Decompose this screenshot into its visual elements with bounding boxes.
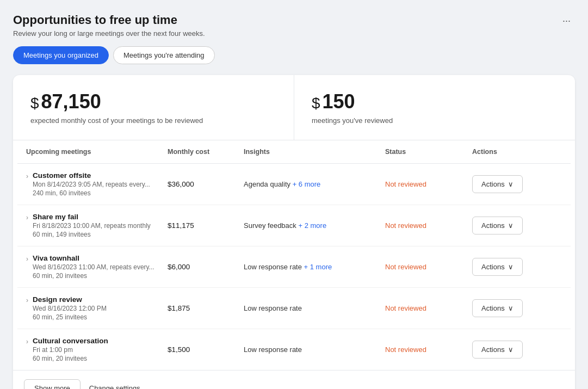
stat-reviewed-label: meetings you've reviewed xyxy=(312,116,558,125)
meeting-name-2: Share my fail xyxy=(33,213,151,221)
meeting-name-4: Design review xyxy=(33,295,107,304)
meeting-cell-1: › Customer offsite Mon 8/14/2023 9:05 AM… xyxy=(26,171,168,197)
insights-text-3: Low response rate xyxy=(244,263,302,271)
meeting-cell-5: › Cultural conversation Fri at 1:00 pm 6… xyxy=(26,337,168,362)
stat-cost: $87,150 expected monthly cost of your me… xyxy=(13,75,294,140)
insights-1: Agenda quality + 6 more xyxy=(244,180,385,188)
meeting-info-5: Cultural conversation Fri at 1:00 pm 60 … xyxy=(33,337,108,362)
cost-3: $6,000 xyxy=(168,263,244,271)
stats-row: $87,150 expected monthly cost of your me… xyxy=(13,75,575,140)
insights-more-1[interactable]: + 6 more xyxy=(293,180,321,188)
chevron-down-icon: ∨ xyxy=(508,263,513,271)
stat-reviewed-dollar: $ xyxy=(312,95,320,112)
meeting-info-3: Viva townhall Wed 8/16/2023 11:00 AM, re… xyxy=(33,254,154,280)
table-container: Upcoming meetings Monthly cost Insights … xyxy=(13,140,575,370)
actions-button-3[interactable]: Actions ∨ xyxy=(472,258,523,276)
tab-attending[interactable]: Meetings you're attending xyxy=(113,46,214,64)
header-cost: Monthly cost xyxy=(168,148,244,156)
meeting-name-3: Viva townhall xyxy=(33,254,154,262)
actions-cell-5: Actions ∨ xyxy=(472,341,548,359)
meeting-detail1-4: Wed 8/16/2023 12:00 PM xyxy=(33,305,107,312)
meeting-name-5: Cultural conversation xyxy=(33,337,108,345)
page-header: Opportunities to free up time Review you… xyxy=(13,13,575,38)
insights-text-1: Agenda quality xyxy=(244,180,290,188)
insights-5: Low response rate xyxy=(244,345,385,354)
actions-button-1[interactable]: Actions ∨ xyxy=(472,175,523,193)
chevron-right-icon[interactable]: › xyxy=(26,297,28,304)
meeting-detail2-2: 60 min, 149 invitees xyxy=(33,231,151,238)
insights-4: Low response rate xyxy=(244,304,385,312)
meeting-info-2: Share my fail Fri 8/18/2023 10:00 AM, re… xyxy=(33,213,151,238)
insights-more-3[interactable]: + 1 more xyxy=(304,263,332,271)
table-row: › Share my fail Fri 8/18/2023 10:00 AM, … xyxy=(17,205,571,246)
chevron-down-icon: ∨ xyxy=(508,304,513,312)
table-row: › Cultural conversation Fri at 1:00 pm 6… xyxy=(17,329,571,370)
table-row: › Viva townhall Wed 8/16/2023 11:00 AM, … xyxy=(17,246,571,288)
page-subtitle: Review your long or large meetings over … xyxy=(13,29,205,38)
status-2: Not reviewed xyxy=(385,221,472,230)
meeting-cell-3: › Viva townhall Wed 8/16/2023 11:00 AM, … xyxy=(26,254,168,280)
status-3: Not reviewed xyxy=(385,263,472,271)
chevron-right-icon[interactable]: › xyxy=(26,214,28,221)
insights-text-5: Low response rate xyxy=(244,345,302,354)
chevron-down-icon: ∨ xyxy=(508,221,513,230)
status-4: Not reviewed xyxy=(385,304,472,312)
actions-button-4[interactable]: Actions ∨ xyxy=(472,299,523,317)
actions-cell-1: Actions ∨ xyxy=(472,175,548,193)
meeting-detail2-4: 60 min, 25 invitees xyxy=(33,313,107,321)
table-row: › Design review Wed 8/16/2023 12:00 PM 6… xyxy=(17,288,571,329)
meeting-detail2-1: 240 min, 60 invitees xyxy=(33,189,150,197)
meeting-detail2-3: 60 min, 20 invitees xyxy=(33,272,154,280)
table-header: Upcoming meetings Monthly cost Insights … xyxy=(17,140,571,164)
header-meeting: Upcoming meetings xyxy=(26,148,168,156)
stat-cost-label: expected monthly cost of your meetings t… xyxy=(30,116,276,125)
cost-2: $11,175 xyxy=(168,221,244,230)
chevron-right-icon[interactable]: › xyxy=(26,255,28,263)
insights-text-2: Survey feedback xyxy=(244,221,296,230)
meeting-info-4: Design review Wed 8/16/2023 12:00 PM 60 … xyxy=(33,295,107,321)
header-insights: Insights xyxy=(244,148,385,156)
meeting-detail1-3: Wed 8/16/2023 11:00 AM, repeats every... xyxy=(33,263,154,271)
stat-reviewed: $150 meetings you've reviewed xyxy=(294,75,575,140)
insights-2: Survey feedback + 2 more xyxy=(244,221,385,230)
tab-organized[interactable]: Meetings you organized xyxy=(13,46,109,64)
change-settings-button[interactable]: Change settings xyxy=(89,384,140,389)
meeting-detail1-1: Mon 8/14/2023 9:05 AM, repeats every... xyxy=(33,181,150,188)
meeting-cell-4: › Design review Wed 8/16/2023 12:00 PM 6… xyxy=(26,295,168,321)
meeting-detail2-5: 60 min, 20 invitees xyxy=(33,355,108,362)
meeting-detail1-2: Fri 8/18/2023 10:00 AM, repeats monthly xyxy=(33,222,151,230)
cost-4: $1,875 xyxy=(168,304,244,312)
insights-more-2[interactable]: + 2 more xyxy=(298,221,326,230)
stat-cost-dollar: $ xyxy=(30,95,39,112)
meeting-detail1-5: Fri at 1:00 pm xyxy=(33,346,108,354)
status-5: Not reviewed xyxy=(385,345,472,354)
meeting-cell-2: › Share my fail Fri 8/18/2023 10:00 AM, … xyxy=(26,213,168,238)
status-1: Not reviewed xyxy=(385,180,472,188)
page-title: Opportunities to free up time xyxy=(13,13,205,27)
show-more-button[interactable]: Show more xyxy=(24,379,81,389)
actions-button-2[interactable]: Actions ∨ xyxy=(472,217,523,234)
chevron-right-icon[interactable]: › xyxy=(26,338,28,345)
insights-3: Low response rate + 1 more xyxy=(244,263,385,271)
stat-cost-value: $87,150 xyxy=(30,90,276,113)
actions-button-5[interactable]: Actions ∨ xyxy=(472,341,523,359)
actions-cell-4: Actions ∨ xyxy=(472,299,548,317)
actions-cell-3: Actions ∨ xyxy=(472,258,548,276)
cost-1: $36,000 xyxy=(168,180,244,188)
meeting-name-1: Customer offsite xyxy=(33,171,150,180)
main-card: $87,150 expected monthly cost of your me… xyxy=(13,75,575,389)
chevron-down-icon: ∨ xyxy=(508,180,513,188)
chevron-down-icon: ∨ xyxy=(508,345,513,354)
header-status: Status xyxy=(385,148,472,156)
tab-bar: Meetings you organized Meetings you're a… xyxy=(13,46,575,64)
stat-reviewed-value: $150 xyxy=(312,90,558,113)
header-actions: Actions xyxy=(472,148,548,156)
cost-5: $1,500 xyxy=(168,345,244,354)
actions-cell-2: Actions ∨ xyxy=(472,217,548,234)
meeting-info-1: Customer offsite Mon 8/14/2023 9:05 AM, … xyxy=(33,171,150,197)
table-row: › Customer offsite Mon 8/14/2023 9:05 AM… xyxy=(17,164,571,205)
table-footer: Show more Change settings xyxy=(13,370,575,389)
insights-text-4: Low response rate xyxy=(244,304,302,312)
chevron-right-icon[interactable]: › xyxy=(26,172,28,180)
more-options-button[interactable]: ··· xyxy=(558,13,575,29)
